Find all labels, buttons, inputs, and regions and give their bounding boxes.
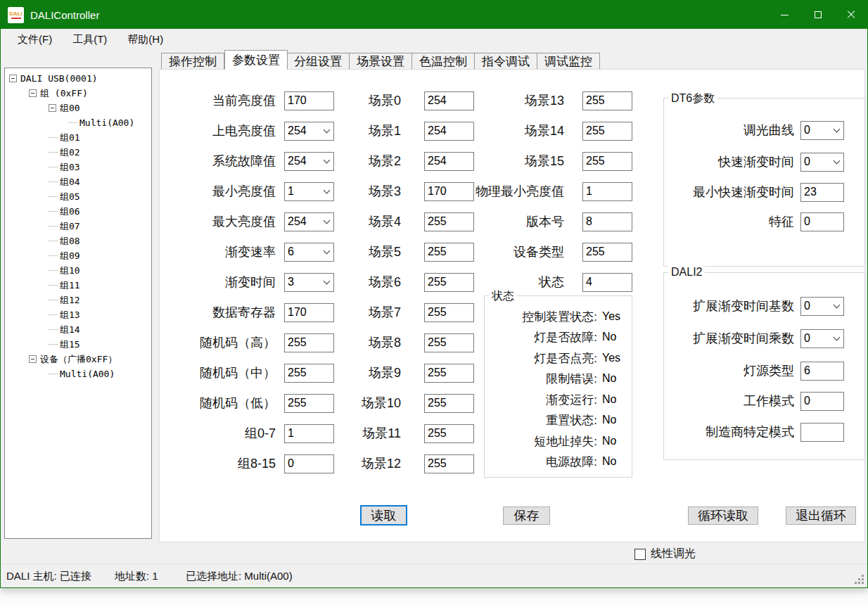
save-button[interactable]: 保存: [503, 507, 550, 525]
tree-node-root[interactable]: DALI USB(0001): [5, 71, 151, 86]
manufacturer-mode-input[interactable]: [800, 423, 844, 442]
menu-file[interactable]: 文件(F): [10, 31, 60, 49]
tree-node-group-broadcast[interactable]: 组 (0xFF): [5, 86, 151, 101]
statusbar-address-count: 地址数: 1: [115, 570, 158, 583]
field-label: 随机码（低）: [191, 395, 276, 412]
tree-node-group00[interactable]: 组00: [5, 101, 151, 115]
tree-node-group14[interactable]: 组14: [5, 322, 151, 337]
ext-fade-time-multiplier-combo[interactable]: 0: [800, 329, 844, 348]
collapse-toggle-icon[interactable]: [9, 75, 17, 82]
fade-rate-combo[interactable]: 6: [284, 243, 334, 262]
menu-help[interactable]: 帮助(H): [120, 31, 171, 49]
minimize-button[interactable]: [768, 1, 801, 29]
version-input[interactable]: [582, 212, 632, 231]
tree-node-group02[interactable]: 组02: [5, 145, 151, 160]
current-level-input[interactable]: [284, 91, 334, 110]
tree-node-group12[interactable]: 组12: [5, 293, 151, 307]
tree-node-group10[interactable]: 组10: [5, 263, 151, 278]
group-0-7-input[interactable]: [284, 424, 334, 443]
status-input[interactable]: [582, 273, 632, 292]
tree-node-group08[interactable]: 组08: [5, 234, 151, 248]
menu-tools[interactable]: 工具(T): [65, 31, 115, 49]
tree-node-group01[interactable]: 组01: [5, 130, 151, 145]
power-on-level-combo[interactable]: 254: [284, 122, 334, 141]
scene7-input[interactable]: [424, 303, 474, 322]
titlebar[interactable]: DALI DALIController: [1, 1, 867, 29]
chevron-down-icon: [324, 157, 331, 164]
window-title: DALIController: [30, 9, 99, 21]
checkbox-box-icon[interactable]: [634, 549, 646, 560]
read-button[interactable]: 读取: [360, 505, 407, 526]
chevron-down-icon: [834, 126, 841, 133]
random-code-high-input[interactable]: [284, 333, 334, 352]
device-tree[interactable]: DALI USB(0001) 组 (0xFF) 组00 Multi(A00) 组…: [4, 68, 152, 539]
field-label: 场景1: [338, 122, 401, 139]
tab-debug-monitor[interactable]: 调试监控: [537, 53, 600, 70]
collapse-toggle-icon[interactable]: [29, 89, 37, 97]
tree-node-group07[interactable]: 组07: [5, 219, 151, 234]
random-code-low-input[interactable]: [284, 394, 334, 413]
scene8-input[interactable]: [424, 333, 474, 352]
tab-operation-control[interactable]: 操作控制: [161, 53, 224, 70]
close-button[interactable]: [834, 1, 867, 29]
field-label: 场景11: [338, 425, 401, 442]
exit-loop-button[interactable]: 退出循环: [786, 507, 856, 525]
resize-grip[interactable]: [855, 575, 864, 585]
tab-scene-settings[interactable]: 场景设置: [350, 53, 412, 70]
dimming-curve-combo[interactable]: 0: [800, 121, 844, 140]
max-level-combo[interactable]: 254: [284, 212, 334, 231]
tree-node-device-broadcast[interactable]: 设备（广播0xFF）: [5, 352, 151, 367]
min-fast-fade-time-input[interactable]: [800, 183, 844, 202]
tree-node-group11[interactable]: 组11: [5, 278, 151, 293]
scene12-input[interactable]: [424, 454, 474, 473]
scene15-input[interactable]: [582, 152, 632, 171]
device-type-input[interactable]: [582, 243, 632, 262]
tab-parameter-settings[interactable]: 参数设置: [224, 50, 288, 70]
tree-node-group05[interactable]: 组05: [5, 189, 151, 204]
scene11-input[interactable]: [424, 424, 474, 443]
status-value: No: [602, 372, 616, 385]
tab-strip: 操作控制 参数设置 分组设置 场景设置 色温控制 指令调试 调试监控: [161, 51, 600, 70]
tree-node-group04[interactable]: 组04: [5, 174, 151, 189]
light-source-type-input[interactable]: [800, 362, 844, 381]
tree-node-label: 组01: [60, 132, 80, 144]
field-label: 最小亮度值: [191, 183, 276, 200]
tab-color-temp-control[interactable]: 色温控制: [412, 53, 475, 70]
scene10-input[interactable]: [424, 394, 474, 413]
scene9-input[interactable]: [424, 364, 474, 383]
linear-dimming-checkbox[interactable]: 线性调光: [634, 547, 696, 561]
tree-node-multi-a00-2[interactable]: Multi(A00): [5, 367, 151, 381]
tree-node-group03[interactable]: 组03: [5, 160, 151, 174]
random-code-mid-input[interactable]: [284, 364, 334, 383]
tree-node-group06[interactable]: 组06: [5, 204, 151, 219]
tree-node-group15[interactable]: 组15: [5, 337, 151, 352]
tree-node-group13[interactable]: 组13: [5, 307, 151, 322]
scene13-input[interactable]: [582, 91, 632, 110]
field-label: 场景7: [338, 304, 401, 321]
min-level-combo[interactable]: 1: [284, 182, 334, 201]
status-label: 控制装置状态:: [485, 309, 597, 325]
system-failure-level-combo[interactable]: 254: [284, 152, 334, 171]
scene14-input[interactable]: [582, 122, 632, 141]
tab-grouping-settings[interactable]: 分组设置: [287, 53, 350, 70]
fast-fade-time-combo[interactable]: 0: [800, 153, 844, 172]
field-label: 渐变速率: [191, 243, 276, 260]
collapse-toggle-icon[interactable]: [29, 355, 37, 363]
features-input[interactable]: [800, 212, 844, 231]
operating-mode-input[interactable]: [800, 392, 844, 411]
groupbox-title: DALI2: [668, 266, 705, 279]
physical-min-level-input[interactable]: [582, 182, 632, 201]
data-register-input[interactable]: [284, 303, 334, 322]
fade-time-combo[interactable]: 3: [284, 273, 334, 292]
loop-read-button[interactable]: 循环读取: [688, 507, 758, 525]
status-groupbox: 状态 控制装置状态:Yes 灯是否故障:No 灯是否点亮:Yes 限制错误:No…: [484, 295, 632, 478]
tab-command-debug[interactable]: 指令调试: [475, 53, 537, 70]
tree-node-group09[interactable]: 组09: [5, 248, 151, 263]
maximize-button[interactable]: [801, 1, 834, 29]
collapse-toggle-icon[interactable]: [49, 104, 56, 112]
field-label: 物理最小亮度值: [455, 183, 564, 200]
field-label: 状态: [455, 274, 564, 291]
ext-fade-time-base-combo[interactable]: 0: [800, 297, 844, 316]
group-8-15-input[interactable]: [284, 454, 334, 473]
tree-node-multi-a00[interactable]: Multi(A00): [5, 115, 151, 130]
